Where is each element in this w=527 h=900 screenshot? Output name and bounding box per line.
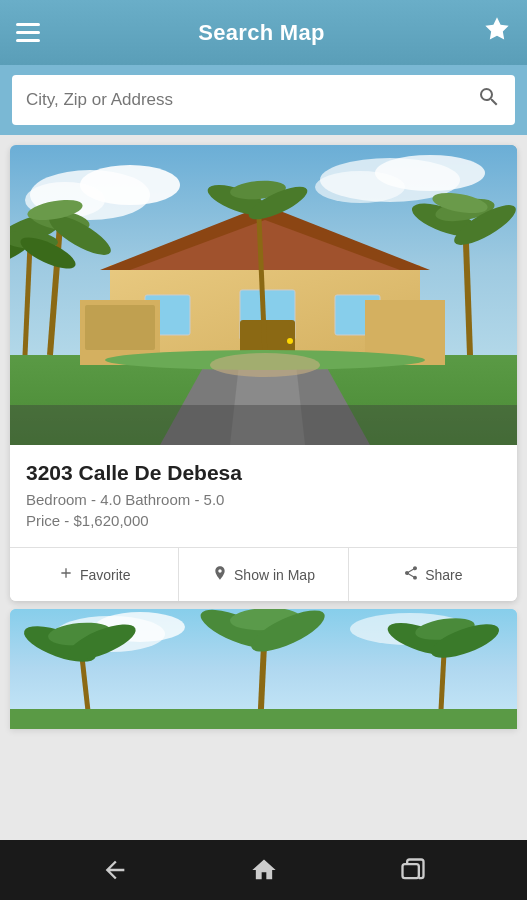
property-info: 3203 Calle De Debesa Bedroom - 4.0 Bathr… — [10, 445, 517, 547]
search-icon[interactable] — [477, 85, 501, 115]
home-button[interactable] — [250, 856, 278, 884]
property-address: 3203 Calle De Debesa — [26, 461, 501, 485]
property-card-2[interactable] — [10, 609, 517, 729]
hamburger-menu-button[interactable] — [16, 23, 40, 42]
property-card: 3203 Calle De Debesa Bedroom - 4.0 Bathr… — [10, 145, 517, 601]
property-price: Price - $1,620,000 — [26, 512, 501, 529]
search-bar-container — [0, 65, 527, 135]
svg-rect-58 — [10, 709, 517, 729]
plus-icon — [58, 565, 74, 585]
content-area: 3203 Calle De Debesa Bedroom - 4.0 Bathr… — [0, 135, 527, 840]
property-image[interactable] — [10, 145, 517, 445]
recent-apps-button[interactable] — [399, 856, 427, 884]
favorites-button[interactable] — [483, 15, 511, 50]
share-button[interactable]: Share — [349, 548, 517, 601]
show-in-map-label: Show in Map — [234, 567, 315, 583]
map-pin-icon — [212, 565, 228, 585]
property-details: Bedroom - 4.0 Bathroom - 5.0 — [26, 491, 501, 508]
svg-point-17 — [287, 338, 293, 344]
property-image-2 — [10, 609, 517, 729]
svg-rect-41 — [10, 405, 517, 445]
search-input[interactable] — [26, 90, 477, 110]
svg-rect-59 — [402, 864, 418, 878]
show-in-map-button[interactable]: Show in Map — [179, 548, 348, 601]
share-icon — [403, 565, 419, 585]
card-actions: Favorite Show in Map Share — [10, 547, 517, 601]
svg-point-40 — [210, 353, 320, 377]
svg-rect-19 — [85, 305, 155, 350]
share-label: Share — [425, 567, 462, 583]
bottom-nav — [0, 840, 527, 900]
app-bar-title: Search Map — [198, 20, 325, 46]
back-button[interactable] — [101, 856, 129, 884]
favorite-label: Favorite — [80, 567, 131, 583]
search-bar — [12, 75, 515, 125]
app-bar: Search Map — [0, 0, 527, 65]
favorite-button[interactable]: Favorite — [10, 548, 179, 601]
svg-point-6 — [315, 171, 405, 203]
